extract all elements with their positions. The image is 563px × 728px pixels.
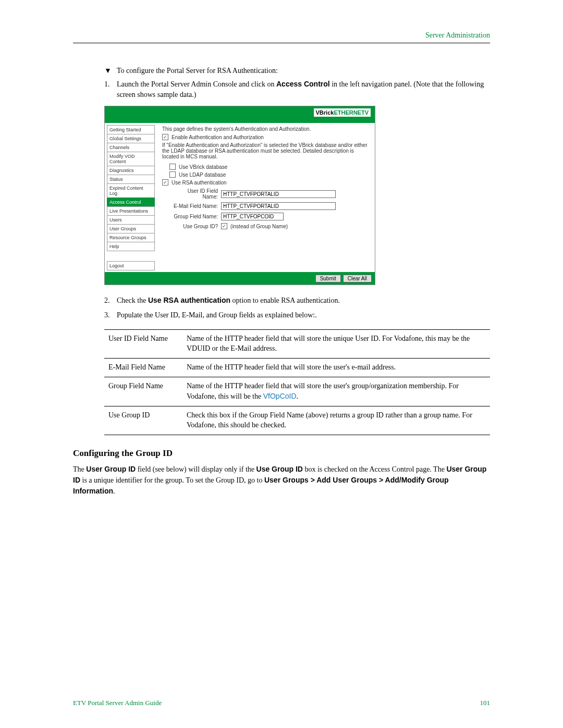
shot-footer: Submit Clear All <box>105 272 375 285</box>
header-section: Server Administration <box>73 31 490 43</box>
checkbox-label: Use VBrick database <box>179 164 227 170</box>
header-rule <box>73 43 490 43</box>
task-heading: ▼ To configure the Portal Server for RSA… <box>104 67 490 75</box>
table-val: Name of the HTTP header field that will … <box>182 377 490 406</box>
table-key: Group Field Name <box>104 377 182 406</box>
table-key: E-Mail Field Name <box>104 359 182 377</box>
checkbox-use-group-id[interactable] <box>221 223 227 229</box>
nav-item[interactable]: Expired Content Log <box>107 183 155 198</box>
table-key: Use Group ID <box>104 406 182 435</box>
table-row: Group Field Name Name of the HTTP header… <box>104 377 490 406</box>
checkbox-ldap[interactable] <box>169 171 176 178</box>
section-heading: Configuring the Group ID <box>73 448 490 459</box>
screenshot: VBrickETHERNETV Getting Started Global S… <box>104 106 375 285</box>
nav-item[interactable]: Channels <box>107 143 155 152</box>
shot-sidebar: Getting Started Global Settings Channels… <box>105 123 157 272</box>
checkbox-rsa[interactable] <box>162 179 168 186</box>
nav-item[interactable]: User Groups <box>107 224 155 233</box>
nav-item[interactable]: Users <box>107 215 155 225</box>
nav-item[interactable]: Getting Started <box>107 125 155 134</box>
step-text: Launch the Portal Server Admin Console a… <box>117 80 276 88</box>
step-num: 2. <box>104 295 117 306</box>
label-userid: User ID Field Name: <box>172 188 221 200</box>
nav-item[interactable]: Status <box>107 175 155 184</box>
table-key: User ID Field Name <box>104 330 182 359</box>
shot-main: This page defines the system's Authentic… <box>157 123 375 272</box>
checkbox-label: Use LDAP database <box>179 172 226 178</box>
input-group[interactable] <box>221 213 284 220</box>
nav-item[interactable]: Diagnostics <box>107 166 155 175</box>
nav-item[interactable]: Resource Groups <box>107 233 155 242</box>
step-1: 1. Launch the Portal Server Admin Consol… <box>104 79 490 100</box>
nav-item[interactable]: Global Settings <box>107 134 155 143</box>
footer-title: ETV Portal Server Admin Guide <box>73 699 162 707</box>
instead-label: (instead of Group Name) <box>230 224 288 229</box>
checkbox-vbrick[interactable] <box>169 164 176 170</box>
step-3: 3. Populate the User ID, E-Mail, and Gro… <box>104 310 490 320</box>
checkbox-enable-auth[interactable] <box>162 134 168 140</box>
nav-item[interactable]: Help <box>107 242 155 251</box>
section-paragraph: The User Group ID field (see below) will… <box>73 464 490 497</box>
nav-item[interactable]: Modify VOD Content <box>107 152 155 166</box>
step-text: Check the <box>117 297 148 304</box>
vbrick-logo: VBrickETHERNETV <box>314 108 371 117</box>
nav-item-access-control[interactable]: Access Control <box>107 198 155 207</box>
page-footer: ETV Portal Server Admin Guide 101 <box>73 699 490 707</box>
step-bold: Access Control <box>276 80 330 88</box>
intro-text: This page defines the system's Authentic… <box>162 126 370 132</box>
input-email[interactable] <box>221 202 336 210</box>
page-number: 101 <box>480 699 491 707</box>
table-val: Name of the HTTP header field that will … <box>182 330 490 359</box>
table-val: Check this box if the Group Field Name (… <box>182 406 490 435</box>
label-use-group-id: Use Group ID? <box>172 224 221 229</box>
table-row: Use Group ID Check this box if the Group… <box>104 406 490 435</box>
triangle-icon: ▼ <box>104 67 117 75</box>
step-num: 1. <box>104 79 117 100</box>
step-2: 2. Check the Use RSA authentication opti… <box>104 295 490 306</box>
step-bold: Use RSA authentication <box>148 296 230 304</box>
fields-table: User ID Field Name Name of the HTTP head… <box>104 329 490 435</box>
table-row: User ID Field Name Name of the HTTP head… <box>104 330 490 359</box>
step-text: Populate the User ID, E-Mail, and Group … <box>117 311 317 319</box>
table-row: E-Mail Field Name Name of the HTTP heade… <box>104 359 490 377</box>
label-group: Group Field Name: <box>172 214 221 219</box>
nav-item[interactable]: Live Presentations <box>107 206 155 216</box>
clear-all-button[interactable]: Clear All <box>343 275 372 282</box>
task-heading-text: To configure the Portal Server for RSA A… <box>117 67 278 75</box>
step-text: option to enable RSA authentication. <box>230 297 340 304</box>
note-text: If "Enable Authentication and Authorizat… <box>162 142 370 159</box>
input-userid[interactable] <box>221 190 336 198</box>
checkbox-label: Enable Authentication and Authorization <box>172 134 264 140</box>
code-vfopcoid: VfOpCoID <box>263 392 297 400</box>
checkbox-label: Use RSA authentication <box>172 180 227 186</box>
submit-button[interactable]: Submit <box>315 275 341 282</box>
table-val: Name of the HTTP header field that will … <box>182 359 490 377</box>
label-email: E-Mail Field Name: <box>172 203 221 209</box>
shot-topbar: VBrickETHERNETV <box>105 106 375 123</box>
nav-item-logout[interactable]: Logout <box>107 261 155 270</box>
step-num: 3. <box>104 310 117 320</box>
